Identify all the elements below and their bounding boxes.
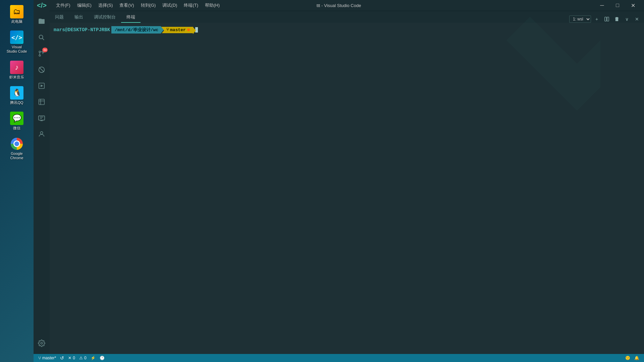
status-branch[interactable]: ⑂ master* (36, 354, 58, 362)
split-terminal-button[interactable] (602, 15, 611, 23)
chrome-label: GoogleChrome (10, 152, 23, 160)
tab-debug-console[interactable]: 调试控制台 (89, 12, 121, 23)
prompt-branch: ⑂ master (161, 27, 193, 33)
statusbar-right: 🙂 🔔 (623, 354, 641, 362)
activity-run[interactable] (34, 78, 50, 94)
kill-terminal-button[interactable] (612, 15, 621, 23)
svg-marker-9 (41, 84, 43, 87)
lightning-icon: ⚡ (91, 356, 96, 360)
statusbar: ⑂ master* ↺ ✕ 0 ⚠ 0 ⚡ 🕐 🙂 🔔 (34, 354, 644, 362)
status-errors[interactable]: ✕ 0 (66, 354, 77, 362)
svg-line-2 (42, 38, 44, 40)
remote-icon (38, 114, 45, 122)
file-explorer-icon: 🗂 (10, 5, 23, 18)
menu-goto[interactable]: 转到(G) (138, 1, 159, 9)
new-terminal-button[interactable]: + (592, 15, 601, 23)
error-icon: ✕ (68, 356, 71, 360)
error-count: 0 (73, 356, 75, 360)
activity-explorer[interactable] (34, 13, 50, 29)
files-icon (38, 18, 45, 25)
menu-help[interactable]: 帮助(H) (202, 1, 222, 9)
menu-file[interactable]: 文件(F) (53, 1, 73, 9)
activity-settings[interactable] (34, 335, 50, 351)
desktop-icon-file-explorer[interactable]: 🗂 此电脑 (3, 3, 30, 25)
settings-icon (38, 340, 45, 347)
status-lightning[interactable]: ⚡ (89, 354, 98, 362)
desktop-icon-wechat[interactable]: 💬 微信 (3, 110, 30, 132)
file-explorer-label: 此电脑 (11, 19, 22, 24)
status-warnings[interactable]: ⚠ 0 (77, 354, 89, 362)
close-panel-button[interactable]: ✕ (633, 15, 641, 23)
emoji-icon: 🙂 (625, 356, 630, 360)
sync-icon: ↺ (60, 355, 64, 361)
close-button[interactable]: ✕ (625, 0, 641, 11)
vscode-desk-label: VisualStudio Code (7, 45, 27, 54)
prompt-user: mars@DESKTOP-NTPJRBK (54, 27, 110, 33)
desktop-icons-panel: 🗂 此电脑 </> VisualStudio Code ♪ 虾米音乐 🐧 腾讯Q… (0, 0, 34, 362)
tab-problems[interactable]: 问题 (50, 12, 69, 23)
desktop-icon-music[interactable]: ♪ 虾米音乐 (3, 59, 30, 81)
status-sync[interactable]: ↺ (58, 354, 66, 362)
status-bell[interactable]: 🔔 (632, 354, 641, 362)
status-clock[interactable]: 🕐 (98, 354, 107, 362)
bell-icon: 🔔 (634, 356, 639, 360)
titlebar-left: </> 文件(F) 编辑(E) 选择(S) 查看(V) 转到(G) 调试(D) … (37, 1, 222, 9)
minimize-button[interactable]: ─ (594, 0, 610, 11)
extensions-icon (38, 98, 45, 106)
activity-bar: 34 (34, 11, 50, 354)
qq-icon-img: 🐧 (10, 86, 23, 100)
chrome-icon-img (10, 137, 23, 150)
terminal-selector[interactable]: 1: wsl (569, 15, 591, 23)
svg-point-4 (39, 51, 41, 53)
menu-selection[interactable]: 选择(S) (96, 1, 115, 9)
more-actions-button[interactable]: ∨ (623, 15, 631, 23)
panel-tabs: 问题 输出 调试控制台 终端 1: wsl + (50, 11, 644, 23)
activity-extensions[interactable] (34, 94, 50, 110)
activity-remote[interactable] (34, 110, 50, 126)
panel-tabs-actions: 1: wsl + (567, 15, 644, 23)
activity-no-sign[interactable] (34, 62, 50, 78)
status-emoji[interactable]: 🙂 (623, 354, 632, 362)
warning-icon: ⚠ (79, 356, 83, 360)
menu-terminal[interactable]: 终端(T) (181, 1, 201, 9)
desktop-icon-qq[interactable]: 🐧 腾讯QQ (3, 84, 30, 107)
tab-terminal[interactable]: 终端 (121, 12, 141, 23)
svg-line-7 (39, 67, 44, 72)
qq-label: 腾讯QQ (10, 101, 23, 105)
branch-dot (187, 28, 190, 31)
wechat-label: 微信 (13, 126, 20, 130)
desktop-icon-vscode[interactable]: </> VisualStudio Code (3, 29, 30, 55)
main-layout: 34 (34, 11, 644, 354)
menu-view[interactable]: 查看(V) (117, 1, 137, 9)
menu-edit[interactable]: 编辑(E) (74, 1, 94, 9)
window-title: ttt - Visual Studio Code (317, 3, 361, 8)
terminal-prompt-line: mars@DESKTOP-NTPJRBK /mnt/d/毕业设计/wc ⑂ (54, 26, 640, 34)
warning-count: 0 (84, 356, 87, 360)
prompt-path: /mnt/d/毕业设计/wc (111, 26, 161, 34)
svg-point-1 (39, 35, 43, 39)
terminal-content[interactable]: mars@DESKTOP-NTPJRBK /mnt/d/毕业设计/wc ⑂ (50, 23, 644, 354)
wechat-icon-img: 💬 (10, 112, 23, 125)
maximize-button[interactable]: □ (610, 0, 625, 11)
clock-icon: 🕐 (100, 356, 105, 360)
desktop-icon-chrome[interactable]: GoogleChrome (3, 135, 30, 162)
activity-search[interactable] (34, 29, 50, 46)
music-icon-img: ♪ (10, 61, 23, 74)
menu-debug[interactable]: 调试(D) (160, 1, 180, 9)
activity-account[interactable] (34, 126, 50, 142)
activity-source-control[interactable]: 34 (34, 46, 50, 62)
trash-icon (614, 17, 619, 21)
svg-point-15 (40, 132, 43, 134)
vscode-logo-icon: </> (37, 2, 47, 9)
tab-output[interactable]: 输出 (69, 12, 89, 23)
titlebar: </> 文件(F) 编辑(E) 选择(S) 查看(V) 转到(G) 调试(D) … (34, 0, 644, 11)
account-icon (38, 130, 45, 138)
svg-point-16 (41, 342, 43, 344)
run-icon (38, 82, 45, 89)
search-icon (38, 34, 45, 41)
no-sign-icon (38, 66, 45, 73)
branch-status-icon: ⑂ (38, 355, 41, 361)
titlebar-controls: ─ □ ✕ (594, 0, 641, 11)
vscode-window: </> 文件(F) 编辑(E) 选择(S) 查看(V) 转到(G) 调试(D) … (34, 0, 644, 362)
svg-rect-17 (605, 17, 606, 21)
